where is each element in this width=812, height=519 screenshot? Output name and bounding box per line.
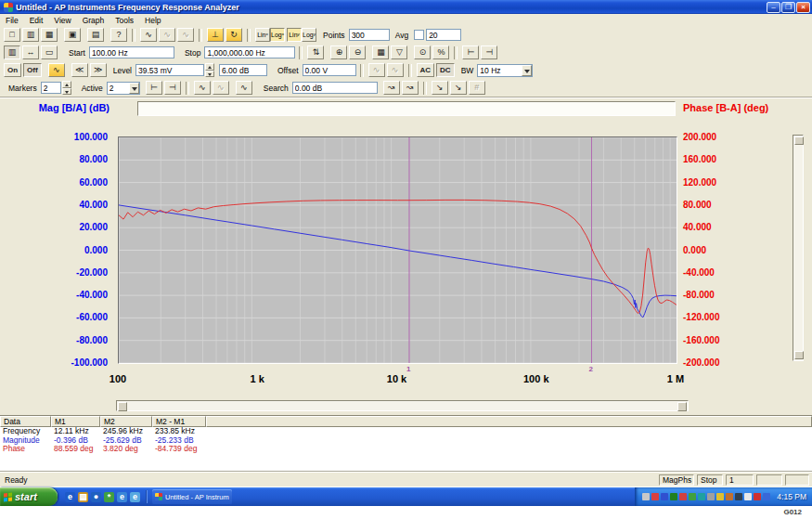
- level-spinner-down[interactable]: [205, 71, 214, 78]
- coupling-ac-button[interactable]: AC: [417, 63, 435, 77]
- coupling-dc-button[interactable]: DC: [436, 63, 455, 77]
- taskbar-window-button[interactable]: Untitled - AP Instrum...: [152, 489, 232, 504]
- sweep-table-button[interactable]: ▥: [4, 45, 20, 59]
- start-button[interactable]: start: [0, 487, 58, 506]
- tray-icon-11[interactable]: [735, 493, 742, 500]
- axes-setup-button[interactable]: ⊥: [207, 28, 224, 42]
- x-scale-lin-log-toggle[interactable]: LinˣLogˣ: [255, 28, 285, 42]
- y-scale-lin-log-toggle-log[interactable]: Logʸ: [302, 28, 316, 42]
- menu-help[interactable]: Help: [139, 16, 166, 25]
- tray-icon-6[interactable]: [689, 493, 696, 500]
- markers-count-spinner[interactable]: [62, 81, 71, 95]
- menu-view[interactable]: View: [48, 16, 76, 25]
- copy-button[interactable]: ▣: [64, 28, 81, 42]
- quick-launch-folder-icon[interactable]: ▤: [78, 492, 88, 502]
- expand-right-button[interactable]: ⊣: [481, 45, 497, 59]
- new-button[interactable]: □: [4, 28, 20, 42]
- source-off-button[interactable]: Off: [23, 63, 42, 77]
- autoscale-button[interactable]: ⇅: [307, 45, 324, 59]
- data-window-button[interactable]: ▦: [372, 45, 389, 59]
- x-scale-lin-log-toggle-log[interactable]: Logˣ: [270, 28, 285, 42]
- zoom-in-button[interactable]: ⊕: [330, 45, 347, 59]
- x-scale-lin-log-toggle-lin[interactable]: Linˣ: [255, 28, 270, 42]
- graph-title-box[interactable]: [137, 101, 676, 116]
- tray-icon-3[interactable]: [661, 493, 668, 500]
- close-button[interactable]: ×: [796, 2, 810, 13]
- bandwidth-select[interactable]: 10 Hz: [477, 64, 533, 77]
- horizontal-slider-left-thumb[interactable]: [118, 402, 127, 411]
- vertical-zoom-slider[interactable]: [793, 135, 804, 361]
- active-marker-select-dropdown-arrow[interactable]: [129, 83, 139, 94]
- stop-frequency-input[interactable]: [204, 46, 295, 58]
- tray-icon-4[interactable]: [670, 493, 677, 500]
- tray-icon-8[interactable]: [707, 493, 715, 500]
- source-on-button[interactable]: On: [4, 63, 21, 77]
- percent-scale-button[interactable]: %: [432, 45, 449, 59]
- y-scale-lin-log-toggle-lin[interactable]: Linʸ: [287, 28, 302, 42]
- slope-down-button[interactable]: ↘: [432, 81, 448, 95]
- level-spinner[interactable]: [205, 63, 214, 77]
- marker-to-right-edge-button[interactable]: ⊣: [164, 81, 181, 95]
- avg-checkbox[interactable]: [414, 30, 424, 40]
- quick-launch-browser-2-icon[interactable]: e: [130, 492, 140, 502]
- tray-icon-12[interactable]: [744, 493, 752, 500]
- search-right-button[interactable]: ↝: [402, 81, 419, 95]
- markers-count-input[interactable]: [41, 82, 61, 94]
- avg-input[interactable]: [426, 29, 461, 41]
- expand-left-button[interactable]: ⊢: [462, 45, 479, 59]
- tray-icon-14[interactable]: [763, 493, 770, 500]
- marker-to-left-edge-button[interactable]: ⊢: [146, 81, 162, 95]
- horizontal-slider-right-thumb[interactable]: [677, 402, 687, 411]
- source-waveform-button[interactable]: ∿: [48, 63, 65, 77]
- vertical-slider-bottom-thumb[interactable]: [794, 351, 804, 359]
- bandwidth-select-dropdown-arrow[interactable]: [522, 65, 532, 76]
- edit-trace-button[interactable]: ∿: [140, 28, 157, 42]
- quick-launch-media-icon[interactable]: ●: [91, 492, 101, 502]
- offset-input[interactable]: [303, 64, 356, 76]
- full-span-button[interactable]: ↔: [22, 45, 39, 59]
- open-button[interactable]: ▥: [22, 28, 39, 42]
- tray-icon-2[interactable]: [651, 493, 659, 500]
- help-button[interactable]: ?: [110, 28, 127, 42]
- quick-launch-msn-icon[interactable]: *: [104, 492, 114, 502]
- print-button[interactable]: ▤: [87, 28, 104, 42]
- menu-file[interactable]: File: [0, 16, 24, 25]
- menu-tools[interactable]: Tools: [110, 16, 139, 25]
- zoom-out-button[interactable]: ⊖: [349, 45, 366, 59]
- limit-test-button[interactable]: ▽: [391, 45, 407, 59]
- markers-count-spinner-up[interactable]: [62, 81, 71, 88]
- tray-icon-9[interactable]: [716, 493, 724, 500]
- marker-track-button[interactable]: ∿: [194, 81, 211, 95]
- tray-icon-13[interactable]: [754, 493, 761, 500]
- quick-launch-ie-icon[interactable]: e: [65, 492, 75, 502]
- level-spinner-up[interactable]: [205, 63, 214, 71]
- search-left-button[interactable]: ↝: [383, 81, 400, 95]
- channel-a-button[interactable]: ≪: [71, 63, 88, 77]
- points-input[interactable]: [349, 29, 390, 41]
- horizontal-zoom-slider[interactable]: [116, 400, 689, 411]
- level-db-input[interactable]: [219, 64, 267, 76]
- tray-icon-10[interactable]: [726, 493, 733, 500]
- active-marker-select[interactable]: 2: [107, 82, 140, 95]
- restore-button[interactable]: ❐: [781, 2, 795, 13]
- rotate-axes-button[interactable]: ↻: [226, 28, 242, 42]
- vertical-slider-top-thumb[interactable]: [794, 136, 804, 145]
- search-value-input[interactable]: [292, 82, 378, 94]
- tray-icon-5[interactable]: [679, 493, 687, 500]
- channel-b-button[interactable]: ≫: [90, 63, 107, 77]
- markers-count-spinner-down[interactable]: [62, 88, 71, 96]
- tray-icon-7[interactable]: [698, 493, 705, 500]
- minimize-button[interactable]: –: [767, 2, 780, 13]
- sweep-notes-button[interactable]: ▭: [41, 45, 58, 59]
- zoom-mode-button[interactable]: ⊙: [414, 45, 431, 59]
- slope-down-2-button[interactable]: ↘: [450, 81, 467, 95]
- plot-area[interactable]: [118, 136, 677, 364]
- menu-edit[interactable]: Edit: [24, 16, 49, 25]
- menu-graph[interactable]: Graph: [77, 16, 110, 25]
- tray-icon-1[interactable]: [642, 493, 650, 500]
- start-frequency-input[interactable]: [89, 46, 174, 58]
- quick-launch-browser-icon[interactable]: e: [117, 492, 127, 502]
- y-scale-lin-log-toggle[interactable]: LinʸLogʸ: [287, 28, 316, 42]
- level-input[interactable]: [135, 64, 204, 76]
- marker-peak-button[interactable]: ∿: [236, 81, 252, 95]
